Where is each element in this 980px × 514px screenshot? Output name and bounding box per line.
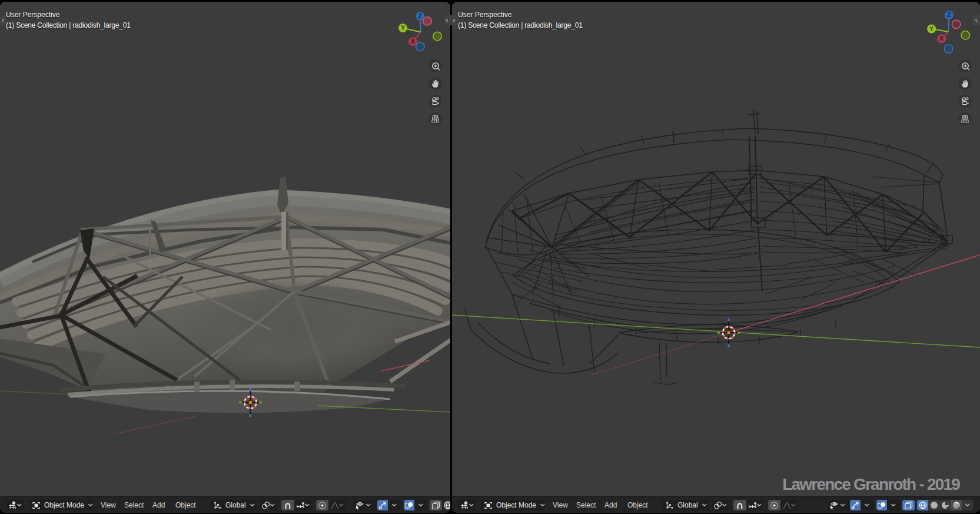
svg-text:X: X [411,38,415,45]
svg-text:Z: Z [947,12,951,18]
svg-text:Y: Y [401,25,405,31]
svg-text:X: X [939,35,944,42]
svg-text:Y: Y [929,26,934,32]
svg-text:Z: Z [418,13,422,19]
